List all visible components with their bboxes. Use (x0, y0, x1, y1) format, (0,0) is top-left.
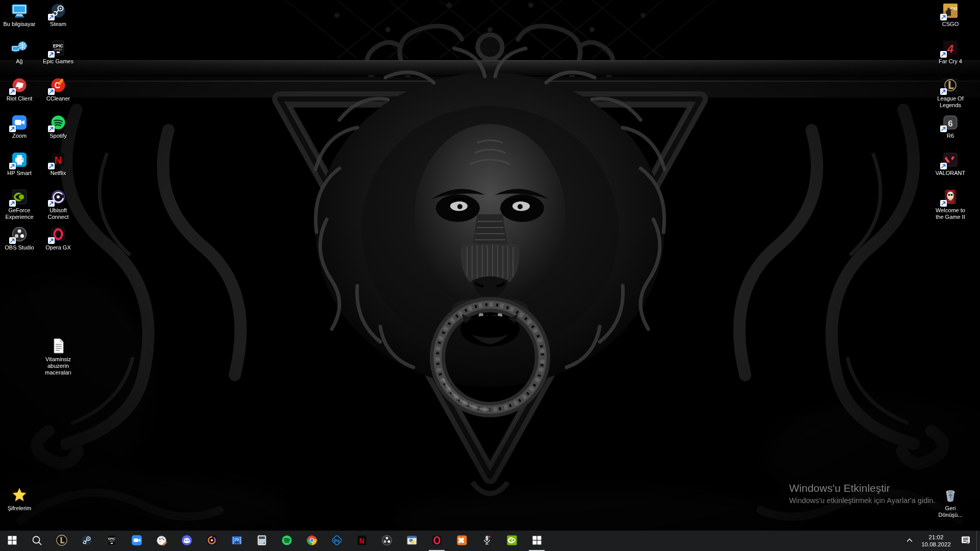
desktop-icon-label: Geri Dönüşü... (938, 505, 962, 518)
desktop-icon-label: HP Smart (7, 170, 31, 177)
taskbar-python[interactable] (399, 531, 424, 551)
desktop-icon-netflix[interactable]: NNetflix (39, 151, 78, 177)
discord-icon (181, 534, 193, 548)
desktop-icon-label: Far Cry 4 (939, 58, 962, 65)
desktop-icon-geforce-experience[interactable]: GeForce Experience (0, 188, 39, 220)
desktop-icon-steam[interactable]: Steam (39, 2, 78, 28)
desktop-icon-csgo[interactable]: GOCSGO (931, 2, 970, 28)
action-center-button[interactable] (955, 531, 976, 551)
shortcut-arrow-overlay (48, 14, 55, 20)
csgo-icon: GO (942, 2, 959, 19)
desktop-icon-label: Zoom (12, 133, 27, 139)
system-tray: 21:02 10.08.2022 (902, 531, 980, 551)
taskbar-zoom[interactable] (124, 531, 149, 551)
chevron-up-icon (903, 534, 916, 548)
taskbar-netflix[interactable]: N (349, 531, 374, 551)
taskbar-search[interactable] (24, 531, 49, 551)
desktop-icon-riot-client[interactable]: Riot Client (0, 77, 39, 102)
recycle-bin-icon (942, 486, 959, 504)
shortcut-arrow-overlay (9, 237, 16, 244)
obs-studio-icon (11, 226, 28, 243)
taskbar-discord[interactable] (174, 531, 199, 551)
taskbar-movies-tv[interactable] (224, 531, 249, 551)
desktop-icon-ccleaner[interactable]: CCCleaner (39, 77, 78, 102)
taskbar-paint[interactable] (149, 531, 174, 551)
taskbar-voice-recorder[interactable] (474, 531, 499, 551)
taskbar-obs-studio[interactable] (374, 531, 399, 551)
shortcut-arrow-overlay (48, 237, 55, 244)
desktop-icon-epic-games[interactable]: EPICGAMESEpic Games (39, 39, 78, 65)
taskbar-chrome[interactable] (299, 531, 324, 551)
netflix-icon: N (356, 534, 368, 548)
taskbar-calculator[interactable] (249, 531, 274, 551)
desktop-icon-spotify[interactable]: Spotify (39, 114, 78, 139)
taskbar-geforce-tb[interactable] (499, 531, 524, 551)
shortcut-arrow-overlay (48, 126, 55, 132)
show-desktop-button[interactable] (976, 531, 980, 551)
desktop-icon-label: OBS Studio (5, 244, 34, 251)
taskbar-clock[interactable]: 21:02 10.08.2022 (917, 534, 955, 548)
desktop-icon-label: GeForce Experience (0, 207, 39, 220)
desktop-icon-ubisoft-connect[interactable]: Ubisoft Connect (39, 188, 78, 220)
desktop-icon-network[interactable]: Ağ (0, 39, 39, 65)
desktop-icon-label: Ağ (16, 58, 22, 65)
tray-chevron-up-button[interactable] (902, 531, 917, 551)
shortcut-arrow-overlay (940, 200, 947, 207)
taskbar-start-button[interactable] (0, 531, 24, 551)
shortcut-arrow-overlay (9, 88, 16, 95)
desktop-icon-hp-smart[interactable]: HP Smart (0, 151, 39, 177)
desktop-icon-passwords-star[interactable]: Şifrelerim (0, 486, 39, 512)
taskbar-disc-app[interactable] (199, 531, 224, 551)
desktop-icon-label: VALORANT (936, 170, 965, 177)
desktop-icon-farcry4[interactable]: 4Far Cry 4 (931, 39, 970, 65)
desktop-icon-label: Netflix (51, 170, 66, 177)
desktop-icon-label: Opera GX (45, 244, 71, 251)
desktop-icon-opera-gx[interactable]: Opera GX (39, 226, 78, 251)
desktop-icon-recycle-bin[interactable]: Geri Dönüşü... (931, 486, 970, 518)
taskbar-epic-games[interactable]: EPICGAMES (99, 531, 124, 551)
svg-text:6: 6 (948, 119, 952, 129)
epic-games-icon: EPICGAMES (106, 534, 118, 548)
taskbar: EPICGAMESPsN (0, 531, 980, 551)
steam-icon (81, 534, 93, 548)
ccleaner-icon: C (50, 77, 67, 94)
desktop-icon-grid: Bu bilgisayarSteamAğEPICGAMESEpic GamesR… (0, 0, 980, 531)
zoom-icon (131, 534, 143, 548)
desktop-icon-obs-studio[interactable]: OBS Studio (0, 226, 39, 251)
search-icon (31, 534, 43, 548)
taskbar-opera-gx[interactable] (424, 531, 449, 551)
league-pinned-icon (56, 534, 68, 548)
clock-time: 21:02 (917, 534, 955, 541)
taskbar-league-client[interactable] (524, 531, 549, 551)
desktop-icon-zoom[interactable]: Zoom (0, 114, 39, 139)
xampp-icon (456, 534, 468, 548)
taskbar-xampp[interactable] (449, 531, 474, 551)
wttg2-icon (942, 188, 959, 206)
desktop-icon-this-pc[interactable]: Bu bilgisayar (0, 2, 39, 28)
desktop-icon-label: Ubisoft Connect (39, 207, 78, 220)
shortcut-arrow-overlay (940, 14, 947, 20)
desktop-icon-r6[interactable]: 6R6 (931, 114, 970, 139)
svg-text:EPIC: EPIC (108, 537, 115, 540)
shortcut-arrow-overlay (48, 163, 55, 169)
shortcut-arrow-overlay (940, 126, 947, 132)
desktop-icon-valorant[interactable]: VALORANT (931, 151, 970, 177)
league-client-icon (531, 534, 543, 548)
desktop-icon-text-file[interactable]: Vitaminsiz abuzerin maceraları (39, 337, 78, 376)
taskbar-steam[interactable] (74, 531, 99, 551)
shortcut-arrow-overlay (9, 200, 16, 207)
svg-text:Ps: Ps (334, 538, 339, 543)
shortcut-arrow-overlay (48, 51, 55, 58)
voice-recorder-icon (481, 534, 493, 548)
taskbar-spotify[interactable] (274, 531, 299, 551)
svg-text:GAMES: GAMES (54, 48, 62, 51)
svg-text:4: 4 (947, 42, 953, 55)
taskbar-photoshop-express[interactable]: Ps (324, 531, 349, 551)
svg-text:GAMES: GAMES (109, 540, 114, 542)
desktop-icon-label: Riot Client (7, 95, 33, 102)
geforce-tb-icon (506, 534, 518, 548)
desktop-icon-wttg2[interactable]: Welcome to the Game II (931, 188, 970, 220)
taskbar-league-pinned[interactable] (49, 531, 74, 551)
svg-text:N: N (359, 536, 364, 544)
desktop-icon-league-of-legends[interactable]: League Of Legends (931, 77, 970, 109)
